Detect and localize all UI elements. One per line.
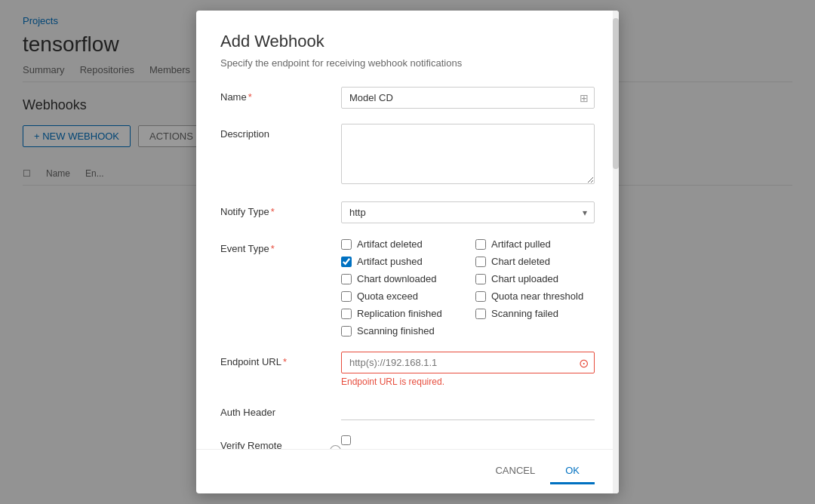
checkbox-scanning-finished-label: Scanning finished [357, 325, 435, 337]
ok-button[interactable]: OK [550, 459, 595, 484]
notify-type-field-row: Notify Type* http https ▾ [220, 201, 595, 223]
checkbox-quota-exceed-label: Quota exceed [357, 290, 418, 302]
checkbox-artifact-pushed-input[interactable] [341, 257, 352, 267]
verify-cert-label-wrapper: Verify Remote Certificate i [220, 435, 341, 449]
notify-type-required-star: * [271, 206, 275, 217]
checkbox-scanning-failed-label: Scanning failed [491, 308, 558, 319]
checkbox-scanning-failed[interactable]: Scanning failed [475, 308, 595, 319]
endpoint-url-field-row: Endpoint URL* ⊙ Endpoint URL is required… [220, 352, 595, 387]
checkbox-chart-downloaded[interactable]: Chart downloaded [341, 273, 460, 284]
modal-scrollbar[interactable] [613, 11, 619, 493]
auth-header-label: Auth Header [220, 402, 341, 418]
add-webhook-modal: Add Webhook Specify the endpoint for rec… [196, 11, 619, 493]
notify-type-label: Notify Type* [220, 201, 341, 217]
description-input[interactable] [341, 124, 595, 184]
verify-cert-checkbox[interactable] [341, 435, 351, 445]
name-input[interactable] [341, 87, 595, 109]
auth-header-field-row: Auth Header [220, 402, 595, 420]
endpoint-error-message: Endpoint URL is required. [341, 376, 595, 387]
endpoint-error-icon: ⊙ [579, 355, 589, 370]
checkbox-artifact-pushed-label: Artifact pushed [357, 256, 423, 267]
notify-type-select[interactable]: http https [341, 201, 595, 223]
checkbox-artifact-deleted-label: Artifact deleted [357, 238, 423, 250]
modal-subtitle: Specify the endpoint for receiving webho… [220, 57, 595, 69]
checkbox-quota-near-threshold-input[interactable] [475, 291, 486, 302]
checkbox-chart-uploaded[interactable]: Chart uploaded [475, 273, 595, 284]
event-type-field-row: Event Type* Artifact deleted Artifact pu… [220, 238, 595, 337]
checkbox-scanning-failed-input[interactable] [475, 309, 486, 319]
checkbox-chart-uploaded-label: Chart uploaded [491, 273, 558, 284]
checkbox-chart-downloaded-label: Chart downloaded [357, 273, 437, 284]
name-required-star: * [248, 91, 252, 103]
checkbox-artifact-deleted[interactable]: Artifact deleted [341, 238, 460, 250]
endpoint-input-wrapper: ⊙ [341, 352, 595, 373]
modal-title: Add Webhook [220, 32, 595, 51]
name-label: Name* [220, 87, 341, 103]
event-type-label: Event Type* [220, 238, 341, 254]
verify-cert-label: Verify Remote Certificate [220, 440, 325, 449]
endpoint-url-wrapper: ⊙ Endpoint URL is required. [341, 352, 595, 387]
name-field-row: Name* ⊞ [220, 87, 595, 109]
endpoint-url-required-star: * [283, 356, 287, 367]
endpoint-url-input[interactable] [341, 352, 595, 373]
checkbox-chart-deleted-label: Chart deleted [491, 256, 550, 267]
checkbox-quota-near-threshold[interactable]: Quota near threshold [475, 290, 595, 302]
checkbox-quota-near-threshold-label: Quota near threshold [491, 290, 583, 302]
checkbox-chart-downloaded-input[interactable] [341, 274, 352, 284]
modal-footer: CANCEL OK [196, 449, 619, 493]
checkbox-replication-finished-input[interactable] [341, 309, 352, 319]
modal-overlay: Add Webhook Specify the endpoint for rec… [0, 0, 815, 504]
checkbox-chart-uploaded-input[interactable] [475, 274, 486, 284]
event-type-checkboxes: Artifact deleted Artifact pulled Artifac… [341, 238, 595, 337]
checkbox-artifact-pushed[interactable]: Artifact pushed [341, 256, 460, 267]
checkbox-replication-finished[interactable]: Replication finished [341, 308, 460, 319]
checkbox-replication-finished-label: Replication finished [357, 308, 442, 319]
notify-type-select-wrapper: http https ▾ [341, 201, 595, 223]
cancel-button[interactable]: CANCEL [480, 459, 550, 484]
endpoint-url-label: Endpoint URL* [220, 352, 341, 367]
checkbox-chart-deleted-input[interactable] [475, 257, 486, 267]
name-field-icon: ⊞ [580, 92, 589, 104]
checkbox-quota-exceed-input[interactable] [341, 291, 352, 302]
verify-cert-checkbox-wrapper [341, 435, 595, 447]
description-label: Description [220, 124, 341, 140]
modal-body: Add Webhook Specify the endpoint for rec… [196, 11, 619, 449]
scrollbar-thumb [613, 18, 619, 169]
name-input-wrapper: ⊞ [341, 87, 595, 109]
checkbox-artifact-pulled[interactable]: Artifact pulled [475, 238, 595, 250]
description-field-row: Description [220, 124, 595, 186]
checkbox-scanning-finished[interactable]: Scanning finished [341, 325, 460, 337]
auth-header-input-wrapper [341, 402, 595, 420]
event-type-required-star: * [271, 243, 275, 254]
checkbox-quota-exceed[interactable]: Quota exceed [341, 290, 460, 302]
checkboxes-grid: Artifact deleted Artifact pulled Artifac… [341, 238, 595, 337]
checkbox-artifact-pulled-input[interactable] [475, 239, 486, 250]
checkbox-artifact-pulled-label: Artifact pulled [491, 238, 551, 250]
checkbox-scanning-finished-input[interactable] [341, 326, 352, 337]
checkbox-artifact-deleted-input[interactable] [341, 239, 352, 250]
verify-cert-field-row: Verify Remote Certificate i [220, 435, 595, 449]
description-input-wrapper [341, 124, 595, 186]
auth-header-input[interactable] [341, 402, 595, 420]
checkbox-chart-deleted[interactable]: Chart deleted [475, 256, 595, 267]
